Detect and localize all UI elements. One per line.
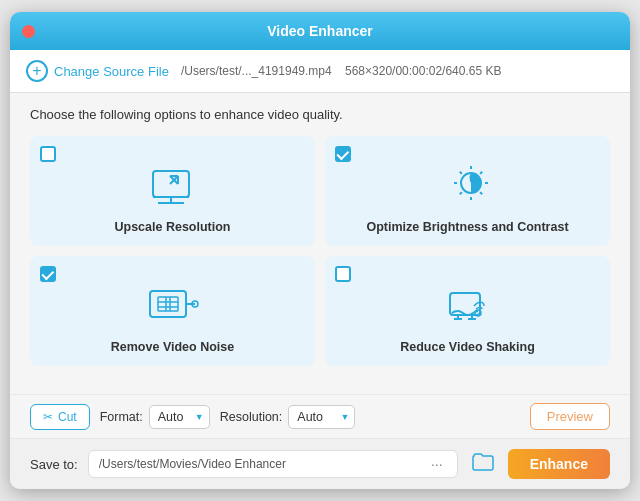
resolution-select-wrapper: Auto 720p 1080p 4K [288,405,355,429]
bottom-bar: ✂ Cut Format: Auto MP4 MOV AVI Resolutio… [10,394,630,439]
options-grid: Upscale Resolution [30,136,610,366]
main-content: Choose the following options to enhance … [10,93,630,394]
cut-button[interactable]: ✂ Cut [30,404,90,430]
scissors-icon: ✂ [43,410,53,424]
window-title: Video Enhancer [267,23,373,39]
upscale-checkbox[interactable] [40,146,56,162]
save-path-text: /Users/test/Movies/Video Enhancer [99,457,427,471]
noise-label: Remove Video Noise [111,340,234,354]
upscale-label: Upscale Resolution [115,220,231,234]
svg-line-17 [459,192,461,194]
brightness-label: Optimize Brightness and Contrast [366,220,568,234]
svg-line-15 [480,192,482,194]
format-select-wrapper: Auto MP4 MOV AVI [149,405,210,429]
toolbar: + Change Source File /Users/test/..._419… [10,50,630,93]
save-to-label: Save to: [30,457,78,472]
option-brightness: Optimize Brightness and Contrast [325,136,610,246]
svg-rect-19 [158,297,178,311]
upscale-icon [148,163,198,212]
save-path-field: /Users/test/Movies/Video Enhancer ··· [88,450,458,478]
enhance-button[interactable]: Enhance [508,449,610,479]
format-select[interactable]: Auto MP4 MOV AVI [149,405,210,429]
noise-icon [145,283,200,332]
shaking-label: Reduce Video Shaking [400,340,535,354]
option-shaking: Reduce Video Shaking [325,256,610,366]
svg-line-16 [480,172,482,174]
titlebar: Video Enhancer [10,12,630,50]
option-upscale: Upscale Resolution [30,136,315,246]
file-meta: 568×320/00:00:02/640.65 KB [345,64,501,78]
format-label: Format: [100,410,143,424]
change-source-label: Change Source File [54,64,169,79]
close-button[interactable] [22,25,35,38]
resolution-select[interactable]: Auto 720p 1080p 4K [288,405,355,429]
instruction-text: Choose the following options to enhance … [30,107,610,122]
file-path: /Users/test/..._4191949.mp4 [181,64,332,78]
cut-label: Cut [58,410,77,424]
change-source-button[interactable]: + Change Source File [26,60,169,82]
format-group: Format: Auto MP4 MOV AVI [100,405,210,429]
resolution-group: Resolution: Auto 720p 1080p 4K [220,405,356,429]
more-options-button[interactable]: ··· [427,456,447,472]
shaking-icon [440,283,495,332]
save-bar: Save to: /Users/test/Movies/Video Enhanc… [10,439,630,489]
browse-folder-button[interactable] [468,449,498,479]
svg-rect-18 [150,291,186,317]
brightness-checkbox[interactable] [335,146,351,162]
add-icon: + [26,60,48,82]
file-info: /Users/test/..._4191949.mp4 568×320/00:0… [181,64,614,78]
svg-line-14 [459,172,461,174]
resolution-label: Resolution: [220,410,283,424]
option-noise: Remove Video Noise [30,256,315,366]
folder-icon [472,453,494,471]
main-window: Video Enhancer + Change Source File /Use… [10,12,630,489]
noise-checkbox[interactable] [40,266,56,282]
shaking-checkbox[interactable] [335,266,351,282]
brightness-icon [443,163,493,212]
preview-button[interactable]: Preview [530,403,610,430]
